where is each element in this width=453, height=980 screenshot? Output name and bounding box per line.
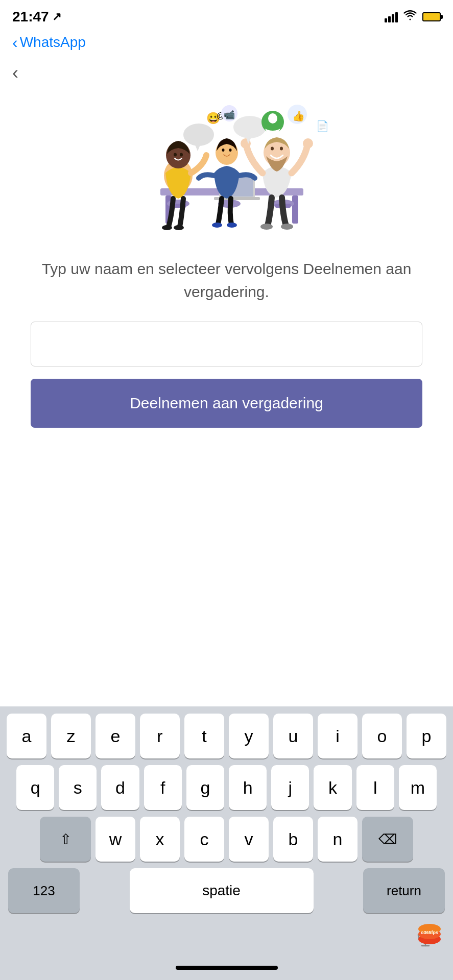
key-e[interactable]: e xyxy=(96,714,135,758)
name-input[interactable] xyxy=(31,322,422,366)
meeting-illustration: 👍 😀 📄 @ 📹 xyxy=(120,94,334,242)
description-text: Typ uw naam en selecteer vervolgens Deel… xyxy=(31,257,422,303)
svg-point-14 xyxy=(180,153,183,157)
key-v[interactable]: v xyxy=(229,817,269,862)
keyboard-row-2: q s d f g h j k l m xyxy=(4,765,449,810)
key-b[interactable]: b xyxy=(273,817,313,862)
svg-point-23 xyxy=(271,147,274,151)
status-icons xyxy=(385,10,441,24)
wifi-icon xyxy=(403,10,417,24)
svg-point-28 xyxy=(281,224,293,230)
battery-icon xyxy=(422,12,441,21)
key-space[interactable]: spatie xyxy=(130,868,314,913)
key-i[interactable]: i xyxy=(318,714,357,758)
status-bar: 21:47 ↗ xyxy=(0,0,453,31)
key-d[interactable]: d xyxy=(101,765,139,810)
keyboard-row-1: a z e r t y u i o p xyxy=(4,714,449,758)
key-m[interactable]: m xyxy=(399,765,437,810)
key-u[interactable]: u xyxy=(273,714,313,758)
svg-point-31 xyxy=(233,116,266,138)
svg-point-15 xyxy=(162,225,172,230)
svg-text:📄: 📄 xyxy=(316,120,329,132)
key-n[interactable]: n xyxy=(318,817,357,862)
key-delete[interactable]: ⌫ xyxy=(362,817,413,862)
svg-marker-30 xyxy=(195,145,200,151)
svg-point-29 xyxy=(183,124,214,146)
key-c[interactable]: c xyxy=(184,817,224,862)
svg-point-34 xyxy=(268,113,277,124)
o365-badge: o365fps xyxy=(416,919,443,945)
keyboard: a z e r t y u i o p q s d f g h j k l m … xyxy=(0,706,453,980)
key-y[interactable]: y xyxy=(229,714,269,758)
whatsapp-back-label[interactable]: WhatsApp xyxy=(20,34,86,51)
svg-point-24 xyxy=(280,147,283,151)
key-r[interactable]: r xyxy=(140,714,180,758)
svg-text:👍: 👍 xyxy=(292,110,305,122)
location-arrow-icon: ↗ xyxy=(52,10,61,23)
svg-point-26 xyxy=(303,138,313,149)
key-p[interactable]: p xyxy=(407,714,446,758)
svg-point-21 xyxy=(227,223,237,228)
nav-bar: ‹ WhatsApp xyxy=(0,31,453,57)
main-content: Typ uw naam en selecteer vervolgens Deel… xyxy=(0,247,453,443)
back-chevron-icon[interactable]: ‹ xyxy=(12,62,18,83)
join-meeting-button[interactable]: Deelnemen aan vergadering xyxy=(31,379,422,428)
key-return[interactable]: return xyxy=(363,868,445,913)
svg-point-13 xyxy=(174,153,177,157)
key-z[interactable]: z xyxy=(51,714,91,758)
svg-text:📹: 📹 xyxy=(224,109,235,120)
svg-point-16 xyxy=(174,225,184,230)
key-l[interactable]: l xyxy=(356,765,394,810)
illustration-area: 👍 😀 📄 @ 📹 xyxy=(0,84,453,247)
home-indicator xyxy=(176,966,278,970)
key-q[interactable]: q xyxy=(16,765,54,810)
keyboard-row-4: 123 spatie return xyxy=(4,868,449,913)
keyboard-row-3: ⇧ w x c v b n ⌫ xyxy=(4,817,449,862)
svg-point-27 xyxy=(260,224,273,230)
key-numbers[interactable]: 123 xyxy=(8,868,80,913)
key-k[interactable]: k xyxy=(314,765,351,810)
key-x[interactable]: x xyxy=(140,817,180,862)
key-j[interactable]: j xyxy=(271,765,309,810)
key-w[interactable]: w xyxy=(96,817,135,862)
back-arrow-icon[interactable]: ‹ xyxy=(12,34,18,51)
svg-rect-2 xyxy=(292,195,298,224)
key-o[interactable]: o xyxy=(362,714,402,758)
key-s[interactable]: s xyxy=(59,765,97,810)
signal-bars-icon xyxy=(385,11,398,22)
svg-point-19 xyxy=(229,149,231,152)
key-f[interactable]: f xyxy=(144,765,182,810)
key-g[interactable]: g xyxy=(186,765,224,810)
key-t[interactable]: t xyxy=(184,714,224,758)
key-a[interactable]: a xyxy=(7,714,46,758)
key-shift[interactable]: ⇧ xyxy=(40,817,91,862)
home-indicator-row xyxy=(4,955,449,980)
key-h[interactable]: h xyxy=(229,765,267,810)
svg-text:o365fps: o365fps xyxy=(421,930,438,935)
svg-point-18 xyxy=(222,149,224,152)
svg-point-20 xyxy=(212,223,222,228)
status-time: 21:47 ↗ xyxy=(12,9,61,25)
back-button-row: ‹ xyxy=(0,57,453,84)
